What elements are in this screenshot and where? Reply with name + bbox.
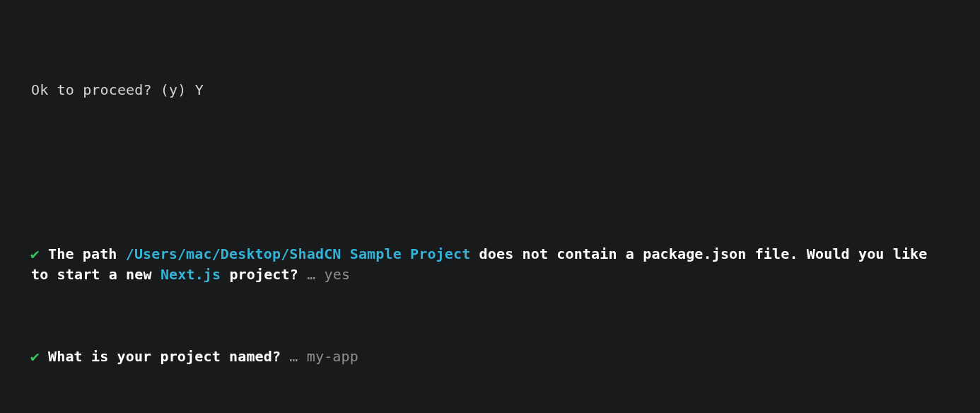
path-q-pre: The path bbox=[48, 245, 126, 262]
project-name-line: ✔What is your project named? … my-app bbox=[31, 347, 952, 367]
blank-line bbox=[31, 162, 952, 182]
proceed-prompt-line: Ok to proceed? (y) Y bbox=[31, 80, 952, 100]
separator: … bbox=[281, 348, 307, 365]
path-question-line: ✔The path /Users/mac/Desktop/ShadCN Samp… bbox=[31, 244, 952, 285]
check-icon: ✔ bbox=[30, 244, 49, 264]
project-name-q: What is your project named? bbox=[48, 348, 281, 365]
proceed-answer: Y bbox=[195, 81, 204, 98]
check-icon: ✔ bbox=[30, 347, 49, 367]
terminal-output[interactable]: Ok to proceed? (y) Y ✔The path /Users/ma… bbox=[0, 0, 980, 413]
path-value: /Users/mac/Desktop/ShadCN Sample Project bbox=[126, 245, 471, 262]
proceed-prompt-text: Ok to proceed? (y) bbox=[31, 81, 195, 98]
path-answer: yes bbox=[325, 266, 351, 283]
framework-name: Next.js bbox=[161, 266, 221, 283]
path-q-post: project? bbox=[221, 266, 298, 283]
separator: … bbox=[298, 266, 325, 283]
project-name-answer: my-app bbox=[307, 348, 358, 365]
